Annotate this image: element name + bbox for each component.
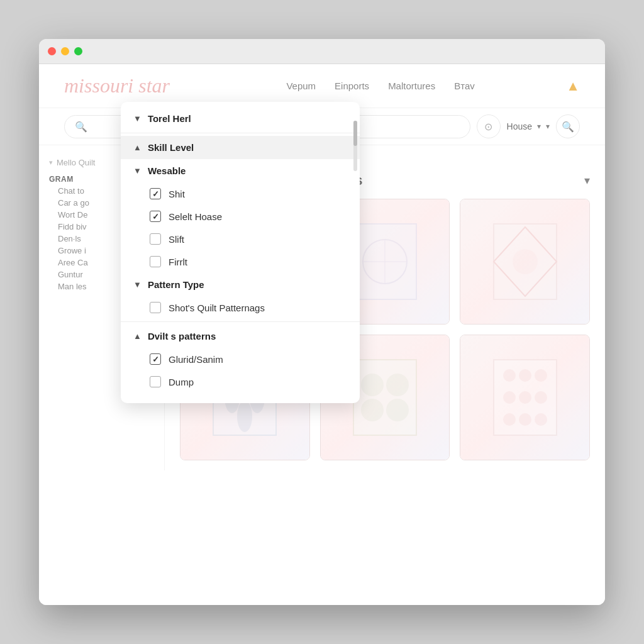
checkbox-shit[interactable] (150, 188, 161, 199)
wesable-label: Wesable (148, 165, 186, 176)
app-window: missouri star Vepum Einports Maltortures… (39, 39, 605, 605)
checkbox-glurid[interactable] (150, 353, 161, 365)
dropdown-torel-herl[interactable]: ▼ Torel Herl (121, 107, 360, 130)
traffic-lights (48, 47, 82, 55)
skill-label: Skill Level (148, 142, 194, 153)
option-dump[interactable]: Dump (121, 370, 360, 393)
chevron-pattern: ▼ (133, 280, 142, 289)
option-slift-label: Slift (169, 234, 184, 245)
option-shit-label: Shit (169, 189, 185, 199)
option-selelt[interactable]: Selelt Hoase (121, 205, 360, 228)
dropdown-dvits[interactable]: ▲ Dvilt s patterns (121, 325, 360, 348)
option-selelt-label: Selelt Hoase (169, 211, 222, 222)
option-dump-label: Dump (169, 377, 194, 387)
chevron-dvits: ▲ (133, 331, 142, 341)
option-glurid[interactable]: Glurid/Sanim (121, 348, 360, 370)
maximize-button[interactable] (74, 47, 82, 55)
scroll-indicator (353, 121, 357, 171)
option-glurid-label: Glurid/Sanim (169, 354, 223, 365)
dropdown-pattern-type[interactable]: ▼ Pattern Type (121, 273, 360, 296)
divider-2 (121, 321, 360, 322)
option-firrlt-label: Firrlt (169, 257, 187, 267)
dropdown-panel: ▼ Torel Herl ▲ Skill Level ▼ Wesable Shi… (121, 102, 360, 403)
option-firrlt[interactable]: Firrlt (121, 250, 360, 273)
torel-label: Torel Herl (148, 113, 191, 124)
dropdown-skill-level[interactable]: ▲ Skill Level (121, 136, 360, 159)
checkbox-shots-quilt[interactable] (150, 302, 161, 313)
checkbox-slift[interactable] (150, 233, 161, 245)
minimize-button[interactable] (61, 47, 69, 55)
option-shots-quilt[interactable]: Shot's Quilt Patternags (121, 296, 360, 319)
option-slift[interactable]: Slift (121, 228, 360, 250)
chevron-skill: ▲ (133, 143, 142, 152)
checkbox-selelt[interactable] (150, 211, 161, 222)
dvits-label: Dvilt s patterns (148, 331, 216, 341)
app-content: missouri star Vepum Einports Maltortures… (39, 64, 605, 605)
dropdown-wesable[interactable]: ▼ Wesable (121, 159, 360, 182)
scroll-thumb (353, 121, 357, 146)
option-shots-quilt-label: Shot's Quilt Patternags (169, 303, 265, 313)
divider-1 (121, 133, 360, 133)
chevron-wesable: ▼ (133, 166, 142, 175)
close-button[interactable] (48, 47, 56, 55)
chevron-torel: ▼ (133, 114, 142, 123)
checkbox-firrlt[interactable] (150, 256, 161, 267)
titlebar (39, 39, 605, 64)
checkbox-dump[interactable] (150, 376, 161, 387)
option-shit[interactable]: Shit (121, 182, 360, 205)
pattern-label: Pattern Type (148, 279, 204, 290)
